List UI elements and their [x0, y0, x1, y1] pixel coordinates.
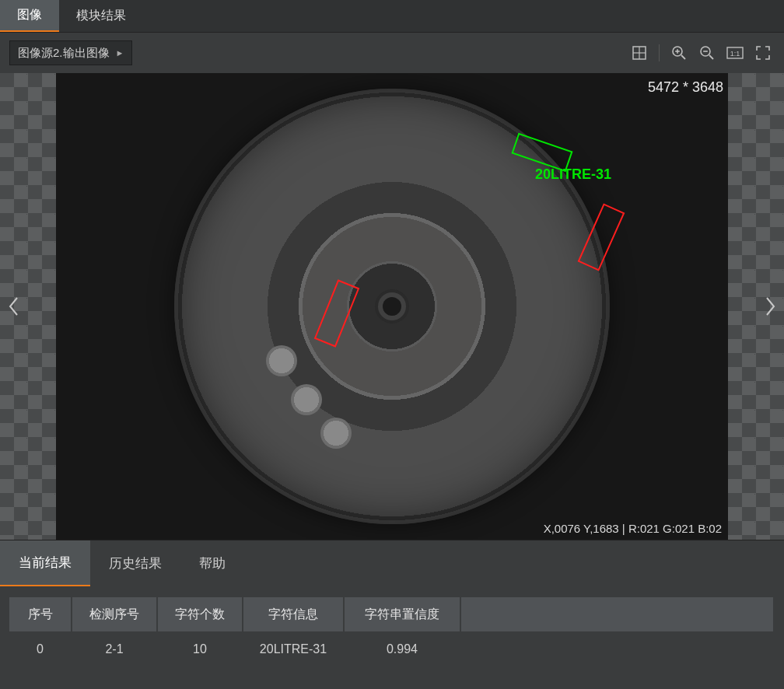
detection-label: 20LITRE-31	[535, 166, 611, 183]
col-spacer	[460, 597, 774, 631]
actual-size-icon[interactable]: 1:1	[723, 41, 747, 65]
image-source-dropdown[interactable]: 图像源2.输出图像 ►	[9, 40, 132, 65]
fit-screen-icon[interactable]	[751, 41, 775, 65]
toolbar-divider	[659, 44, 660, 61]
cell-confidence: 0.994	[344, 631, 460, 667]
tab-image[interactable]: 图像	[0, 0, 59, 32]
col-index: 序号	[9, 597, 72, 631]
image-source-label: 图像源2.输出图像	[18, 46, 110, 61]
svg-line-8	[709, 55, 713, 59]
cell-char-info: 20LITRE-31	[243, 631, 344, 667]
tab-current-result[interactable]: 当前结果	[0, 540, 90, 586]
result-table: 序号 检测序号 字符个数 字符信息 字符串置信度 0 2-1 10 20LITR…	[9, 597, 775, 667]
prev-image-button[interactable]	[0, 288, 26, 325]
grid-icon[interactable]	[628, 41, 651, 65]
tab-module-result[interactable]: 模块结果	[59, 0, 143, 32]
next-image-button[interactable]	[758, 288, 784, 325]
col-char-count: 字符个数	[157, 597, 243, 631]
tab-help[interactable]: 帮助	[180, 540, 244, 586]
dial-icon	[291, 384, 322, 415]
image-stage: 5472 * 3648 20LITRE-31 X,0076 Y,1683 | R…	[56, 73, 728, 540]
cell-index: 0	[9, 631, 72, 667]
cell-det-index: 2-1	[72, 631, 157, 667]
col-confidence: 字符串置信度	[344, 597, 460, 631]
cursor-coordinates: X,0076 Y,1683 | R:021 G:021 B:02	[544, 522, 722, 535]
image-viewport[interactable]: 5472 * 3648 20LITRE-31 X,0076 Y,1683 | R…	[0, 73, 784, 540]
image-dimensions: 5472 * 3648	[648, 79, 723, 96]
dial-icon	[266, 345, 297, 376]
cell-spacer	[460, 631, 774, 667]
tab-history-result[interactable]: 历史结果	[90, 540, 180, 586]
table-row[interactable]: 0 2-1 10 20LITRE-31 0.994	[9, 631, 774, 667]
col-char-info: 字符信息	[243, 597, 344, 631]
cell-char-count: 10	[157, 631, 243, 667]
col-det-index: 检测序号	[72, 597, 157, 631]
zoom-out-icon[interactable]	[695, 41, 719, 65]
svg-text:1:1: 1:1	[730, 50, 740, 58]
svg-line-4	[681, 55, 685, 59]
zoom-in-icon[interactable]	[667, 41, 691, 65]
result-table-container: 序号 检测序号 字符个数 字符信息 字符串置信度 0 2-1 10 20LITR…	[0, 586, 784, 667]
chevron-down-icon: ►	[116, 48, 124, 58]
dial-icon	[320, 418, 352, 449]
